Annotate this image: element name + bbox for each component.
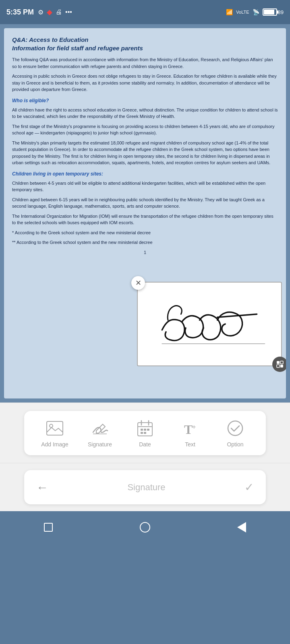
signature-svg-icon — [91, 421, 108, 436]
signature-bar-inner: ← Signature ✓ — [24, 470, 266, 504]
nav-stop-button[interactable] — [40, 519, 56, 535]
signature-resize-button[interactable] — [272, 357, 286, 372]
battery-indicator: 89 — [263, 8, 284, 16]
doc-title-2: Information for field staff and refugee … — [12, 45, 278, 52]
svg-rect-1 — [280, 365, 283, 367]
svg-rect-4 — [47, 421, 63, 435]
doc-para-2: Accessing in public schools in Greece do… — [12, 73, 278, 93]
more-icon: ••• — [65, 8, 72, 16]
toolbar-panel: Add Image Signature — [0, 402, 290, 463]
battery-fill — [264, 10, 275, 14]
toolbar-text[interactable]: T + Text — [174, 419, 206, 448]
toolbar-signature[interactable]: Signature — [84, 419, 116, 448]
svg-rect-13 — [147, 429, 149, 431]
svg-rect-11 — [141, 429, 143, 431]
toolbar-date[interactable]: Date — [129, 419, 161, 448]
svg-rect-2 — [277, 365, 280, 367]
volte-icon: VoLTE — [236, 10, 249, 14]
signature-label: Signature — [88, 441, 112, 448]
text-icon: T + — [180, 419, 200, 438]
signature-drawing — [138, 283, 281, 365]
signature-confirm-button[interactable]: ✓ — [244, 481, 254, 494]
doc-para-3: All children have the right to access sc… — [12, 107, 278, 120]
battery-level: 89 — [278, 9, 284, 15]
signature-close-button[interactable]: ✕ — [131, 276, 145, 290]
text-label: Text — [185, 441, 195, 448]
document-page: Q&A: Access to Education Information for… — [4, 28, 286, 398]
nav-back-button[interactable] — [234, 519, 250, 535]
doc-section-1: Who is eligible? — [12, 97, 278, 104]
status-bar: 5:35 PM ⚙ ◆ 🖨 ••• 📶 VoLTE 📡 89 — [0, 0, 290, 24]
option-icon — [226, 419, 245, 438]
status-icons: ⚙ ◆ 🖨 ••• — [38, 8, 72, 17]
signature-back-button[interactable]: ← — [36, 481, 48, 494]
battery-box — [263, 8, 277, 16]
option-label: Option — [227, 441, 243, 448]
stop-icon — [44, 523, 53, 532]
status-bar-right: 📶 VoLTE 📡 89 — [226, 8, 284, 16]
doc-body: The following Q&A was produced in accord… — [12, 56, 278, 256]
signature-overlay: ✕ — [137, 282, 282, 366]
toolbar-inner: Add Image Signature — [24, 411, 266, 455]
signature-bar-title: Signature — [127, 482, 165, 493]
nav-home-button[interactable] — [137, 519, 153, 535]
wifi-icon: 📶 — [226, 9, 233, 15]
signature-bar: ← Signature ✓ — [0, 463, 290, 511]
document-area: Q&A: Access to Education Information for… — [0, 24, 290, 402]
status-bar-left: 5:35 PM ⚙ ◆ 🖨 ••• — [6, 8, 72, 17]
date-icon — [135, 419, 155, 438]
svg-point-5 — [50, 424, 53, 427]
doc-title-1: Q&A: Access to Education — [12, 36, 278, 43]
svg-rect-12 — [144, 429, 146, 431]
svg-point-18 — [228, 421, 242, 436]
svg-rect-15 — [144, 432, 146, 434]
doc-para-1: The following Q&A was produced in accord… — [12, 56, 278, 70]
doc-para-4: The first stage of the Ministry's progra… — [12, 123, 278, 136]
svg-rect-0 — [277, 361, 280, 364]
doc-footnote-2: ** According to the Greek school system … — [12, 239, 278, 246]
toolbar-option[interactable]: Option — [219, 419, 251, 448]
status-time: 5:35 PM — [6, 8, 34, 17]
signature-svg — [138, 283, 281, 365]
text-svg-icon: T + — [182, 420, 198, 436]
image-svg-icon — [46, 421, 63, 436]
doc-page-num: 1 — [12, 249, 278, 256]
resize-icon — [276, 360, 284, 368]
add-image-icon — [45, 419, 64, 438]
option-svg-icon — [227, 420, 243, 436]
signature-icon — [90, 419, 110, 438]
date-label: Date — [139, 441, 151, 448]
date-svg-icon — [137, 420, 153, 436]
svg-rect-14 — [141, 432, 143, 434]
settings-icon: ⚙ — [38, 8, 44, 16]
svg-rect-3 — [280, 361, 283, 364]
nav-bar — [0, 511, 290, 543]
toolbar-add-image[interactable]: Add Image — [39, 419, 71, 448]
doc-section-2: Children living in open temporary sites: — [12, 170, 278, 178]
doc-para-5: The Ministry's plan primarily targets th… — [12, 140, 278, 166]
app-icon-2: 🖨 — [56, 8, 62, 16]
back-icon — [237, 522, 246, 533]
add-image-label: Add Image — [41, 441, 68, 448]
home-icon — [140, 522, 150, 533]
doc-para-8: The International Organization for Migra… — [12, 213, 278, 226]
app-icon-1: ◆ — [47, 8, 52, 17]
doc-para-7: Children aged between 6-15 years will be… — [12, 196, 278, 210]
signal-icon: 📡 — [253, 9, 259, 15]
svg-text:+: + — [192, 423, 196, 430]
doc-para-6: Children between 4-5 years old will be e… — [12, 180, 278, 193]
doc-footnote-1: * According to the Greek school system a… — [12, 229, 278, 236]
svg-text:T: T — [184, 422, 193, 436]
